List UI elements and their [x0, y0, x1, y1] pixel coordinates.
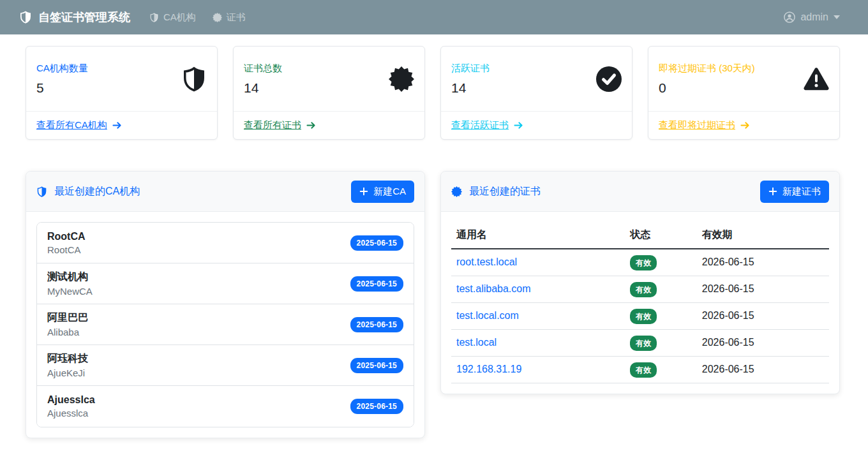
ca-date-badge: 2025-06-15 — [350, 317, 403, 332]
status-badge: 有效 — [630, 282, 657, 297]
stat-card-active-certs-body: 活跃证书 14 — [441, 47, 632, 111]
col-header-status: 状态 — [625, 222, 696, 249]
col-header-common-name: 通用名 — [451, 222, 625, 249]
main-content: CA机构数量 5 查看所有CA机构 证书总数 14 — [26, 46, 840, 438]
table-row: test.local.com 有效 2026-06-15 — [451, 302, 829, 329]
shield-icon — [36, 186, 47, 197]
brand[interactable]: 自签证书管理系统 — [19, 10, 130, 25]
view-all-certs-link-label: 查看所有证书 — [244, 119, 301, 131]
recent-ca-panel: 最近创建的CA机构 新建CA RootCA RootCA 2025-06-15 — [26, 171, 425, 438]
nav-links: CA机构 证书 — [149, 11, 246, 24]
stat-card-expiring-certs-footer: 查看即将过期证书 — [648, 111, 839, 139]
status-badge: 有效 — [630, 255, 657, 270]
recent-certs-panel-header: 最近创建的证书 新建证书 — [441, 172, 839, 212]
nav-item-certs-label: 证书 — [227, 11, 246, 24]
nav-item-ca[interactable]: CA机构 — [149, 11, 196, 24]
ca-date-badge: 2025-06-15 — [350, 358, 403, 373]
plus-icon — [768, 187, 777, 196]
ca-name: 测试机构 — [47, 270, 93, 284]
nav-item-certs[interactable]: 证书 — [213, 11, 246, 24]
navbar: 自签证书管理系统 CA机构 证书 admin — [0, 0, 868, 34]
table-row: 192.168.31.19 有效 2026-06-15 — [451, 356, 829, 383]
recent-certs-panel-title: 最近创建的证书 — [451, 185, 541, 198]
status-badge: 有效 — [630, 362, 657, 378]
status-badge: 有效 — [630, 336, 657, 351]
table-row: test.local 有效 2026-06-15 — [451, 329, 829, 356]
ca-common-name: Ajuesslca — [47, 408, 95, 418]
caret-down-icon — [834, 15, 840, 19]
new-cert-button-label: 新建证书 — [782, 186, 821, 198]
arrow-right-icon — [306, 121, 316, 130]
cert-link[interactable]: test.local.com — [456, 310, 519, 321]
view-all-ca-link-label: 查看所有CA机构 — [36, 119, 107, 131]
arrow-right-icon — [112, 121, 122, 130]
arrow-right-icon — [740, 121, 750, 130]
ca-list-item: 阿珏科技 AjueKeJi 2025-06-15 — [37, 345, 414, 386]
stat-card-expiring-certs: 即将过期证书 (30天内) 0 查看即将过期证书 — [648, 46, 840, 140]
shield-half-icon — [181, 66, 207, 92]
new-ca-button-label: 新建CA — [373, 186, 406, 198]
status-badge: 有效 — [630, 309, 657, 324]
cert-link[interactable]: test.local — [456, 337, 497, 348]
stat-card-cert-total-footer: 查看所有证书 — [234, 111, 424, 139]
ca-list: RootCA RootCA 2025-06-15 测试机构 MyNewCA 20… — [36, 222, 414, 427]
shield-icon — [149, 13, 159, 22]
ca-common-name: MyNewCA — [47, 286, 93, 297]
recent-certs-panel-body: 通用名 状态 有效期 root.test.local 有效 2026-06-15… — [441, 212, 839, 394]
seal-icon — [389, 66, 414, 92]
panels-row: 最近创建的CA机构 新建CA RootCA RootCA 2025-06-15 — [26, 171, 840, 438]
view-all-certs-link[interactable]: 查看所有证书 — [244, 119, 316, 131]
stat-title: 证书总数 — [244, 63, 282, 75]
recent-ca-panel-body: RootCA RootCA 2025-06-15 测试机构 MyNewCA 20… — [26, 212, 424, 438]
cert-link[interactable]: test.alibaba.com — [456, 283, 531, 294]
view-active-certs-link[interactable]: 查看活跃证书 — [451, 119, 523, 131]
arrow-right-icon — [514, 121, 523, 130]
recent-certs-panel-title-label: 最近创建的证书 — [469, 185, 541, 198]
ca-name: 阿里巴巴 — [47, 311, 88, 325]
ca-list-item: RootCA RootCA 2025-06-15 — [37, 223, 414, 263]
cert-link[interactable]: 192.168.31.19 — [456, 364, 521, 374]
cert-expiry: 2026-06-15 — [697, 356, 829, 383]
ca-name: Ajuesslca — [47, 394, 95, 406]
view-expiring-certs-link-label: 查看即将过期证书 — [659, 119, 735, 131]
recent-certs-panel: 最近创建的证书 新建证书 通用名 状态 有效期 — [440, 171, 840, 394]
new-ca-button[interactable]: 新建CA — [351, 181, 414, 203]
recent-ca-panel-title-label: 最近创建的CA机构 — [54, 185, 140, 198]
nav-item-ca-label: CA机构 — [163, 11, 196, 24]
stat-title: 即将过期证书 (30天内) — [659, 63, 755, 75]
stat-card-ca-count-body: CA机构数量 5 — [26, 47, 217, 111]
certs-table: 通用名 状态 有效期 root.test.local 有效 2026-06-15… — [451, 222, 829, 383]
ca-list-item: 阿里巴巴 Alibaba 2025-06-15 — [37, 304, 414, 345]
check-circle-icon — [596, 66, 622, 92]
new-cert-button[interactable]: 新建证书 — [760, 181, 829, 203]
cert-link[interactable]: root.test.local — [456, 256, 517, 267]
person-circle-icon — [784, 11, 795, 23]
ca-date-badge: 2025-06-15 — [350, 235, 403, 251]
stat-value: 0 — [659, 80, 755, 96]
stat-card-ca-count: CA机构数量 5 查看所有CA机构 — [26, 46, 218, 140]
plus-icon — [359, 187, 368, 196]
view-all-ca-link[interactable]: 查看所有CA机构 — [36, 119, 122, 131]
table-row: test.alibaba.com 有效 2026-06-15 — [451, 276, 829, 302]
ca-common-name: RootCA — [47, 244, 86, 255]
brand-title: 自签证书管理系统 — [38, 10, 130, 25]
stat-title: CA机构数量 — [36, 63, 88, 75]
stat-card-cert-total: 证书总数 14 查看所有证书 — [233, 46, 425, 140]
stat-card-expiring-certs-body: 即将过期证书 (30天内) 0 — [648, 47, 839, 111]
view-active-certs-link-label: 查看活跃证书 — [451, 119, 509, 131]
ca-date-badge: 2025-06-15 — [350, 276, 403, 292]
ca-name: 阿珏科技 — [47, 352, 88, 366]
user-menu[interactable]: admin — [784, 11, 840, 23]
stat-value: 14 — [451, 80, 490, 96]
ca-date-badge: 2025-06-15 — [350, 399, 403, 414]
view-expiring-certs-link[interactable]: 查看即将过期证书 — [659, 119, 750, 131]
table-row: root.test.local 有效 2026-06-15 — [451, 249, 829, 276]
cert-expiry: 2026-06-15 — [697, 276, 829, 302]
stat-card-active-certs: 活跃证书 14 查看活跃证书 — [440, 46, 632, 140]
stat-card-ca-count-footer: 查看所有CA机构 — [26, 111, 217, 139]
stat-value: 14 — [244, 80, 282, 96]
ca-common-name: Alibaba — [47, 327, 88, 337]
shield-icon — [19, 11, 32, 24]
ca-list-item: 测试机构 MyNewCA 2025-06-15 — [37, 263, 414, 304]
ca-list-item: Ajuesslca Ajuesslca 2025-06-15 — [37, 386, 414, 427]
